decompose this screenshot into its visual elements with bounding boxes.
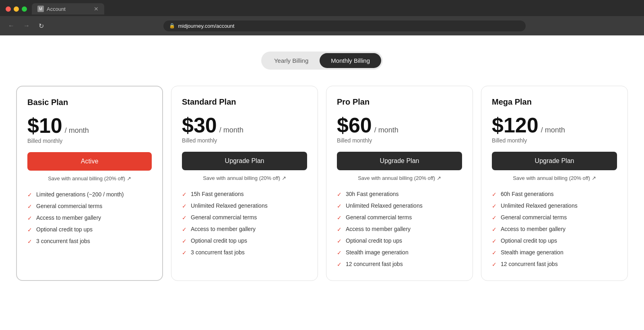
billed-label: Billed monthly	[27, 138, 152, 144]
check-icon: ✓	[492, 250, 497, 256]
plan-name: Basic Plan	[27, 98, 152, 107]
plan-cta-button[interactable]: Upgrade Plan	[492, 152, 617, 170]
plan-card-mega: Mega Plan $120 / month Billed monthly Up…	[481, 86, 628, 281]
feature-text: Optional credit top ups	[191, 237, 247, 244]
annual-savings-text[interactable]: Save with annual billing (20% off) ↗	[182, 175, 307, 181]
check-icon: ✓	[492, 203, 497, 209]
monthly-billing-option[interactable]: Monthly Billing	[320, 53, 381, 68]
check-icon: ✓	[27, 203, 32, 210]
feature-item: ✓ 12 concurrent fast jobs	[337, 261, 462, 268]
check-icon: ✓	[182, 191, 187, 198]
feature-item: ✓ Unlimited Relaxed generations	[337, 202, 462, 209]
feature-text: 12 concurrent fast jobs	[346, 261, 403, 267]
check-icon: ✓	[492, 238, 497, 244]
plan-price: $60 / month	[337, 115, 462, 136]
annual-savings-text[interactable]: Save with annual billing (20% off) ↗	[27, 175, 152, 182]
traffic-lights	[6, 6, 27, 12]
feature-text: Unlimited Relaxed generations	[346, 202, 423, 209]
check-icon: ✓	[492, 261, 497, 268]
feature-text: Optional credit top ups	[346, 237, 402, 244]
feature-text: 3 concurrent fast jobs	[191, 249, 245, 256]
feature-text: General commercial terms	[191, 214, 257, 221]
billed-label: Billed monthly	[337, 137, 462, 144]
feature-text: General commercial terms	[36, 203, 102, 209]
feature-item: ✓ Access to member gallery	[337, 226, 462, 233]
check-icon: ✓	[492, 214, 497, 221]
plan-price: $120 / month	[492, 115, 617, 136]
reload-button[interactable]: ↻	[36, 21, 46, 31]
feature-text: General commercial terms	[501, 214, 567, 221]
feature-text: Access to member gallery	[191, 226, 256, 232]
billing-toggle: Yearly Billing Monthly Billing	[261, 52, 383, 70]
feature-item: ✓ Access to member gallery	[27, 214, 152, 221]
price-amount: $10	[27, 115, 62, 136]
plan-card-basic: Basic Plan $10 / month Billed monthly Ac…	[16, 86, 163, 281]
feature-item: ✓ Access to member gallery	[182, 226, 307, 233]
feature-item: ✓ General commercial terms	[27, 203, 152, 210]
check-icon: ✓	[182, 238, 187, 244]
feature-item: ✓ 15h Fast generations	[182, 191, 307, 198]
check-icon: ✓	[337, 226, 342, 233]
plan-name: Standard Plan	[182, 97, 307, 107]
browser-toolbar: ← → ↻ 🔒 midjourney.com/account	[0, 16, 644, 35]
maximize-button[interactable]	[22, 6, 27, 12]
feature-text: Stealth image generation	[501, 249, 564, 256]
check-icon: ✓	[182, 226, 187, 233]
plan-name: Pro Plan	[337, 97, 462, 107]
feature-item: ✓ 60h Fast generations	[492, 191, 617, 198]
feature-text: Access to member gallery	[501, 226, 566, 232]
feature-text: Unlimited Relaxed generations	[501, 202, 578, 209]
yearly-billing-option[interactable]: Yearly Billing	[263, 53, 320, 68]
address-bar[interactable]: 🔒 midjourney.com/account	[163, 21, 526, 31]
feature-text: Stealth image generation	[346, 249, 409, 256]
forward-button[interactable]: →	[21, 21, 32, 31]
tab-title: Account	[47, 6, 91, 12]
check-icon: ✓	[337, 214, 342, 221]
billed-label: Billed monthly	[492, 137, 617, 144]
account-tab[interactable]: M Account ✕	[32, 3, 104, 14]
feature-item: ✓ Stealth image generation	[337, 249, 462, 256]
feature-item: ✓ Limited generations (~200 / month)	[27, 191, 152, 198]
feature-item: ✓ General commercial terms	[492, 214, 617, 221]
check-icon: ✓	[27, 238, 32, 245]
feature-item: ✓ Stealth image generation	[492, 249, 617, 256]
feature-item: ✓ Optional credit top ups	[337, 237, 462, 244]
check-icon: ✓	[337, 203, 342, 209]
features-list: ✓ 15h Fast generations ✓ Unlimited Relax…	[182, 191, 307, 256]
lock-icon: 🔒	[169, 23, 175, 29]
check-icon: ✓	[27, 215, 32, 221]
feature-text: Optional credit top ups	[501, 237, 557, 244]
billing-toggle-container: Yearly Billing Monthly Billing	[8, 52, 636, 70]
check-icon: ✓	[492, 191, 497, 198]
features-list: ✓ 60h Fast generations ✓ Unlimited Relax…	[492, 191, 617, 268]
plan-cta-button[interactable]: Upgrade Plan	[337, 152, 462, 170]
check-icon: ✓	[337, 238, 342, 244]
check-icon: ✓	[27, 192, 32, 198]
check-icon: ✓	[182, 214, 187, 221]
feature-text: 15h Fast generations	[191, 191, 244, 197]
feature-item: ✓ General commercial terms	[182, 214, 307, 221]
billed-label: Billed monthly	[182, 137, 307, 144]
check-icon: ✓	[337, 250, 342, 256]
annual-savings-text[interactable]: Save with annual billing (20% off) ↗	[337, 175, 462, 181]
minimize-button[interactable]	[14, 6, 19, 12]
plan-cta-button[interactable]: Active	[27, 152, 152, 171]
feature-item: ✓ Access to member gallery	[492, 226, 617, 233]
feature-text: Limited generations (~200 / month)	[36, 191, 124, 198]
feature-text: Access to member gallery	[346, 226, 411, 232]
feature-text: General commercial terms	[346, 214, 412, 221]
plan-cta-button[interactable]: Upgrade Plan	[182, 152, 307, 170]
feature-item: ✓ 12 concurrent fast jobs	[492, 261, 617, 268]
feature-text: 12 concurrent fast jobs	[501, 261, 558, 267]
tab-close-icon[interactable]: ✕	[94, 6, 99, 12]
feature-text: 30h Fast generations	[346, 191, 399, 197]
annual-savings-text[interactable]: Save with annual billing (20% off) ↗	[492, 175, 617, 181]
plan-price: $10 / month	[27, 115, 152, 136]
price-amount: $30	[182, 115, 217, 136]
back-button[interactable]: ←	[6, 21, 17, 31]
feature-text: Unlimited Relaxed generations	[191, 202, 268, 209]
feature-text: 3 concurrent fast jobs	[36, 238, 90, 244]
close-button[interactable]	[6, 6, 11, 12]
tab-bar: M Account ✕	[32, 3, 104, 14]
check-icon: ✓	[182, 250, 187, 256]
